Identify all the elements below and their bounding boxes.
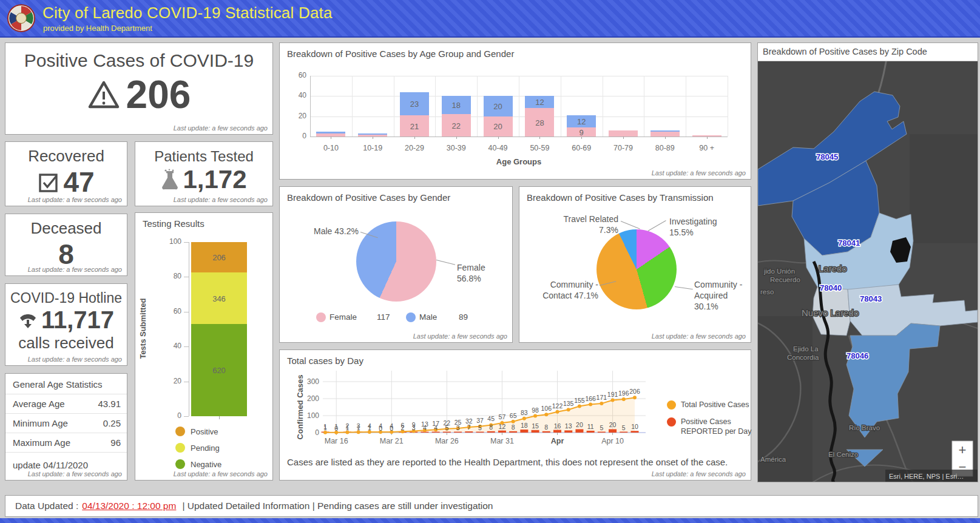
y-tick	[184, 382, 189, 382]
zip-label-78040: 78040	[820, 283, 842, 292]
legend-label: Female	[329, 312, 357, 322]
age-gender-chart-card: Breakdown of Positive Cases by Age Group…	[279, 42, 751, 180]
x-category-label: 30-39	[447, 144, 466, 152]
daily-bar[interactable]	[609, 429, 617, 433]
deceased-card: Deceased 8 Last update: a few seconds ag…	[5, 214, 127, 276]
bar-value-label: 0	[379, 425, 382, 432]
app-header: City of Laredo COVID-19 Statistical Data…	[0, 0, 980, 38]
daily-bar[interactable]	[553, 430, 561, 433]
last-update: Last update: a few seconds ago	[28, 266, 122, 273]
daily-bar[interactable]	[532, 430, 539, 433]
line-point	[567, 408, 570, 411]
daily-bar[interactable]	[443, 432, 451, 433]
line-point	[622, 397, 626, 401]
place-label: Concordia	[787, 354, 819, 361]
daily-bar[interactable]	[587, 431, 595, 433]
bar-female-70-79[interactable]	[609, 130, 638, 137]
bar-value-label: 20	[576, 421, 583, 428]
x-category-label: 10-19	[363, 144, 382, 152]
daily-bar[interactable]	[476, 432, 484, 433]
gridline-v	[310, 76, 311, 137]
daily-bar[interactable]	[520, 430, 528, 433]
age-gender-chart[interactable]: 02040600-1010-19212320-29221830-39202040…	[310, 76, 728, 137]
daily-bar[interactable]	[620, 432, 627, 433]
age-statistics-row: Average Age43.91	[5, 394, 127, 413]
last-update: Last update: a few seconds ago	[28, 196, 122, 203]
hotline-title: COVID-19 Hotline	[5, 290, 127, 306]
line-point	[323, 431, 327, 434]
footer-date-link[interactable]: 04/13/2020 : 12:00 pm	[82, 501, 176, 511]
gridline-v	[561, 76, 561, 137]
bar-value-label: 20	[493, 122, 502, 131]
zoom-in-button[interactable]: +	[959, 442, 967, 457]
patients-tested-value: 1,172	[183, 165, 246, 194]
bar-value-label: 2	[401, 424, 405, 431]
daily-bar[interactable]	[465, 431, 473, 433]
bar-male-10-19[interactable]	[358, 133, 387, 135]
last-update: Last update: a few seconds ago	[28, 470, 122, 477]
legend-label: Negative	[191, 460, 221, 469]
map-canvas[interactable]: jido Unión Recuerdo reso Laredo Nuevo La…	[758, 61, 978, 482]
legend-item-positive: Positive	[175, 427, 221, 436]
x-category-label: 90 +	[699, 144, 714, 152]
place-label-america: América	[760, 456, 786, 463]
bar-male-0-10[interactable]	[316, 132, 345, 133]
y-tick	[184, 277, 189, 277]
daily-bar[interactable]	[631, 431, 639, 433]
bar-value-label: 23	[410, 99, 419, 108]
flask-icon	[161, 169, 179, 191]
female-leader-line	[436, 260, 455, 265]
line-value-label: 122	[552, 402, 563, 410]
daily-bar[interactable]	[542, 431, 550, 433]
bar-female-80-89[interactable]	[651, 132, 680, 137]
y-tick-label: 100	[163, 237, 181, 246]
age-stat-label: Average Age	[13, 399, 65, 409]
daily-bar[interactable]	[564, 430, 572, 433]
testing-segment-label: 620	[212, 366, 226, 375]
legend-value: 89	[459, 312, 468, 322]
age-statistics-table: Average Age43.91Minimum Age0.25Maximum A…	[5, 394, 127, 453]
age-statistics-title: General Age Statistics	[5, 374, 127, 394]
contact-callout: Community - Contact 47.1%	[524, 279, 598, 301]
daily-bar[interactable]	[598, 432, 606, 433]
transmission-pie-chart[interactable]	[596, 229, 677, 309]
bar-value-label: 5	[622, 424, 626, 431]
travel-leader-line	[621, 221, 640, 229]
daily-bar[interactable]	[487, 431, 495, 433]
daily-bar[interactable]	[509, 431, 517, 433]
testing-results-chart[interactable]: 020406080100620346206Tests Submitted	[135, 213, 274, 419]
y-axis-line	[189, 242, 189, 416]
line-point	[556, 410, 559, 414]
y-tick-label: 40	[163, 342, 181, 350]
checkbox-icon	[38, 171, 59, 193]
daily-cases-legend: Total Positive CasesPositive Cases REPOR…	[667, 400, 751, 444]
x-category-label: 20-29	[405, 144, 424, 152]
male-callout: Male 43.2%	[298, 226, 359, 237]
bar-value-label: 8	[544, 423, 548, 431]
line-value-label: 191	[607, 391, 618, 398]
travel-callout: Travel Related 7.3%	[541, 214, 618, 235]
line-point	[589, 403, 592, 407]
patients-tested-title: Patients Tested	[135, 148, 272, 165]
daily-bar[interactable]	[575, 429, 583, 433]
bar-value-label: 16	[554, 422, 561, 430]
daily-bar[interactable]	[432, 432, 440, 433]
testing-results-card: Testing Results 020406080100620346206Tes…	[135, 212, 273, 481]
daily-bar[interactable]	[454, 432, 462, 433]
bar-male-80-89[interactable]	[651, 130, 680, 132]
line-value-label: 37	[476, 417, 484, 424]
line-point	[633, 396, 637, 399]
y-tick-label: 0	[163, 411, 181, 420]
gender-pie-chart[interactable]	[356, 221, 436, 302]
x-category-label: 40-49	[488, 144, 508, 152]
map-attribution[interactable]: Esri, HERE, NPS | Esri…	[889, 473, 964, 480]
bar-value-label: 5	[600, 424, 603, 431]
y-tick-label: 40	[289, 91, 306, 100]
gender-pie-legend: Female117Male89	[280, 311, 513, 325]
gridline-v	[477, 76, 478, 137]
daily-bar[interactable]	[498, 431, 506, 433]
positive-cases-title: Positive Cases of COVID-19	[5, 50, 272, 71]
daily-legend-item: Total Positive Cases	[667, 400, 751, 410]
bar-value-label: 12	[535, 98, 544, 107]
line-point	[533, 414, 537, 418]
